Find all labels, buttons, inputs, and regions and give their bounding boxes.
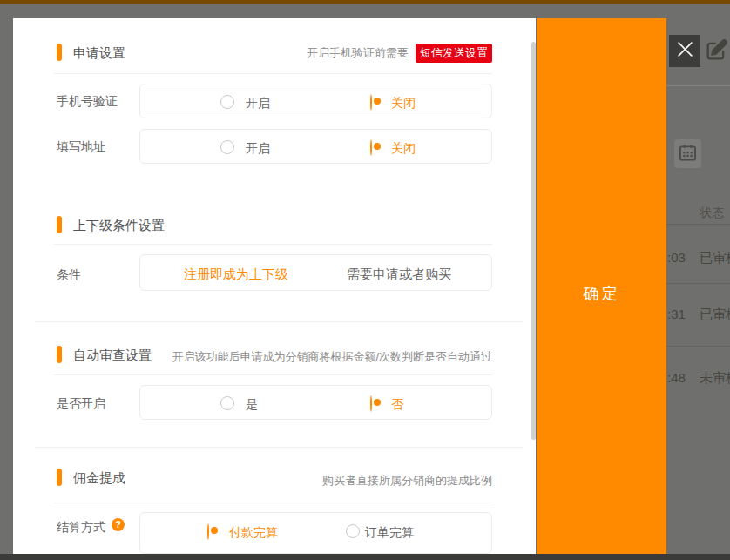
row-time: :48: [667, 370, 686, 385]
auto-yes-radio[interactable]: [220, 396, 234, 410]
table-row: :48 未审核: [667, 370, 730, 387]
phone-verify-off-label[interactable]: 关闭: [391, 96, 416, 111]
auto-no-radio[interactable]: [370, 395, 372, 412]
settlement-order-radio[interactable]: [346, 524, 360, 538]
close-icon: [676, 40, 694, 62]
section-divider: [54, 503, 492, 503]
group-divider: [35, 321, 523, 322]
phone-verify-on-label[interactable]: 开启: [246, 96, 270, 111]
group-divider: [35, 447, 523, 448]
settlement-payment-radio[interactable]: [207, 523, 209, 540]
phone-verify-label: 手机号验证: [57, 94, 118, 110]
section-title-relation: 上下级条件设置: [73, 218, 165, 234]
apply-note: 开启手机验证前需要 短信发送设置: [307, 44, 492, 63]
table-divider: [666, 346, 730, 347]
address-label: 填写地址: [57, 139, 105, 155]
condition-register-option[interactable]: 注册即成为上下级: [184, 267, 288, 283]
section-marker: [57, 216, 62, 233]
auto-enable-group: 是 否: [139, 385, 492, 420]
screen: 状态 :03 已审核 :31 已审核 :48 未审核 申请设置 开启手机验证前需…: [0, 0, 730, 560]
address-on-label[interactable]: 开启: [246, 141, 270, 157]
help-icon[interactable]: ?: [112, 518, 125, 531]
row-time: :03: [667, 250, 686, 265]
confirm-button[interactable]: 确定: [537, 18, 666, 554]
address-off-label[interactable]: 关闭: [391, 141, 416, 157]
bottom-edge-bar: [0, 554, 730, 560]
section-marker: [57, 44, 62, 61]
section-title-apply: 申请设置: [73, 45, 125, 62]
address-off-radio[interactable]: [370, 139, 372, 156]
close-button[interactable]: [669, 35, 700, 67]
condition-apply-option[interactable]: 需要申请或者购买: [347, 267, 451, 283]
settlement-payment-label[interactable]: 付款完算: [229, 525, 278, 541]
auto-enable-label: 是否开启: [57, 396, 105, 412]
row-status: 已审核: [700, 250, 730, 265]
sms-settings-link[interactable]: 短信发送设置: [416, 44, 492, 63]
auto-review-desc: 开启该功能后申请成为分销商将根据金额/次数判断是否自动通过: [172, 349, 492, 365]
modal-scrollbar[interactable]: [531, 42, 536, 440]
section-title-auto: 自动审查设置: [73, 347, 152, 364]
address-group: 开启 关闭: [139, 129, 492, 164]
table-divider: [666, 283, 730, 284]
row-time: :31: [667, 307, 686, 321]
note-text: 开启手机验证前需要: [307, 45, 409, 61]
section-title-commission: 佣金提成: [73, 470, 125, 487]
settlement-label: 结算方式: [57, 520, 105, 536]
background-header-strip: [0, 0, 730, 4]
commission-desc: 购买者直接所属分销商的提成比例: [322, 473, 492, 489]
settlement-order-label[interactable]: 订单完算: [365, 525, 414, 541]
settings-modal: 申请设置 开启手机验证前需要 短信发送设置 手机号验证 开启 关闭 填写地址 开…: [13, 18, 536, 554]
table-divider: [666, 224, 730, 225]
section-marker: [57, 469, 62, 486]
calendar-icon: [679, 144, 696, 165]
phone-verify-on-radio[interactable]: [220, 95, 234, 109]
section-divider: [54, 73, 492, 74]
phone-verify-off-radio[interactable]: [370, 94, 372, 111]
section-divider: [54, 244, 492, 245]
row-status: 已审核: [700, 307, 730, 321]
section-divider: [54, 374, 492, 375]
row-status: 未审核: [700, 370, 730, 385]
phone-verify-group: 开启 关闭: [139, 84, 492, 118]
address-on-radio[interactable]: [220, 140, 234, 154]
confirm-label: 确定: [537, 283, 666, 304]
condition-label: 条件: [57, 267, 81, 283]
settlement-group: 付款完算 订单完算: [139, 512, 492, 554]
table-row: :31 已审核: [667, 307, 730, 323]
table-row: :03 已审核: [667, 250, 730, 267]
condition-group: 注册即成为上下级 需要申请或者购买: [139, 254, 492, 291]
background-toolbar-divider: [666, 85, 730, 86]
calendar-button[interactable]: [674, 139, 701, 168]
section-marker: [57, 346, 62, 363]
auto-no-label[interactable]: 否: [391, 397, 403, 413]
status-column-header: 状态: [700, 206, 724, 221]
auto-yes-label[interactable]: 是: [246, 397, 258, 413]
edit-icon[interactable]: [703, 38, 729, 63]
